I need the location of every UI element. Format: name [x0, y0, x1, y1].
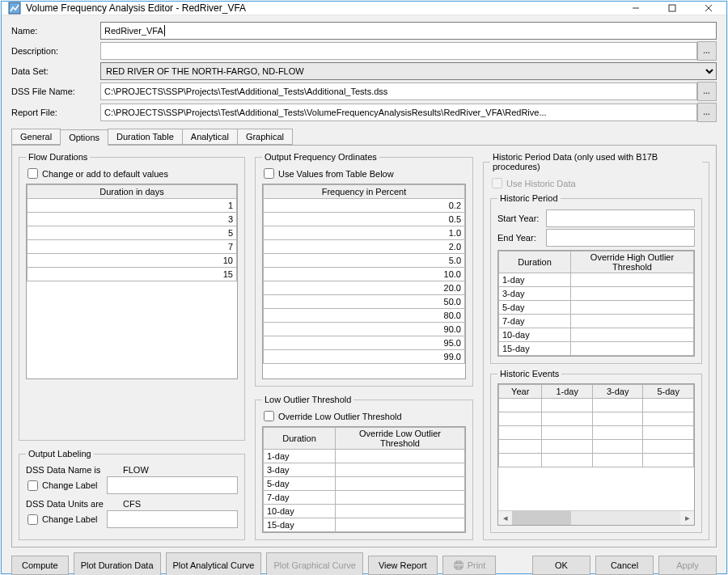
header-form: Name: RedRiver_VFA Description: … Data S… [2, 15, 726, 124]
tab-graphical[interactable]: Graphical [237, 129, 293, 145]
output-labeling-group: Output Labeling DSS Data Name isFLOW Cha… [19, 449, 245, 540]
description-label: Description: [11, 46, 100, 56]
window-title: Volume Frequency Analysis Editor - RedRi… [26, 2, 617, 14]
name-label: Name: [11, 26, 100, 36]
print-button[interactable]: Print [442, 556, 497, 575]
override-low-outlier-checkbox[interactable]: Override Low Outlier Threshold [264, 411, 466, 421]
plot-duration-button[interactable]: Plot Duration Data [74, 552, 161, 575]
text-caret [164, 25, 165, 36]
ellipsis-icon: … [703, 87, 711, 95]
units-override-input[interactable] [107, 510, 238, 528]
durations-table[interactable]: Duration in days 1 3 5 7 10 15 [27, 184, 237, 281]
table-row: 5-day [264, 477, 336, 491]
table-row: 2.0 [264, 240, 465, 254]
scroll-left-icon[interactable]: ◂ [498, 511, 512, 525]
table-row: 5.0 [264, 254, 465, 268]
table-row: 15-day [264, 518, 336, 532]
use-values-checkbox[interactable]: Use Values from Table Below [264, 168, 466, 179]
table-row: 10-day [499, 328, 571, 342]
table-row: 20.0 [264, 281, 465, 295]
close-button[interactable] [690, 2, 726, 15]
table-row: 10 [28, 254, 237, 268]
plot-analytical-button[interactable]: Plot Analytical Curve [166, 552, 262, 575]
apply-button[interactable]: Apply [658, 556, 717, 575]
use-historic-checkbox[interactable]: Use Historic Data [492, 178, 702, 188]
table-row [499, 454, 694, 467]
svg-rect-2 [669, 5, 675, 11]
table-row: 0.5 [264, 213, 465, 226]
description-browse-button[interactable]: … [697, 41, 717, 61]
table-row: 7 [28, 240, 237, 254]
table-row: 5-day [499, 301, 571, 315]
change-defaults-checkbox[interactable]: Change or add to default values [28, 168, 238, 179]
dss-file-label: DSS File Name: [11, 87, 100, 96]
tab-analytical[interactable]: Analytical [182, 129, 238, 145]
table-row: 10.0 [264, 268, 465, 281]
button-bar: Compute Plot Duration Data Plot Analytic… [2, 552, 726, 575]
table-row: 3-day [264, 463, 336, 477]
table-row: 1 [28, 199, 237, 213]
historic-period-inner: Historic Period Start Year: End Year: Du… [490, 193, 702, 364]
table-row [499, 440, 694, 454]
minimize-button[interactable] [617, 2, 654, 15]
end-year-input[interactable] [546, 229, 695, 247]
scroll-right-icon[interactable]: ▸ [680, 511, 694, 525]
low-outlier-table[interactable]: DurationOverride Low Outlier Threshold 1… [263, 427, 465, 532]
report-file-label: Report File: [11, 108, 100, 117]
tab-duration-table[interactable]: Duration Table [108, 129, 183, 145]
table-row [499, 399, 694, 412]
table-row: 15-day [499, 342, 571, 356]
table-row: 3 [28, 213, 237, 226]
table-row: 99.0 [264, 350, 465, 364]
horizontal-scrollbar[interactable]: ◂ ▸ [498, 510, 694, 525]
ellipsis-icon: … [703, 108, 711, 116]
data-set-select[interactable]: RED RIVER OF THE NORTH-FARGO, ND-FLOW [100, 62, 717, 80]
compute-button[interactable]: Compute [11, 556, 69, 575]
ellipsis-icon: … [703, 47, 711, 55]
report-file-browse-button[interactable]: … [697, 103, 717, 122]
tab-options[interactable]: Options [60, 129, 108, 146]
output-frequency-group: Output Frequency Ordinates Use Values fr… [255, 152, 473, 387]
table-row: 90.0 [264, 323, 465, 336]
table-row: 3-day [499, 287, 571, 301]
dss-file-browse-button[interactable]: … [697, 82, 717, 101]
table-row: 0.2 [264, 199, 465, 213]
low-outlier-group: Low Outlier Threshold Override Low Outli… [255, 395, 473, 540]
table-row [499, 412, 694, 426]
start-year-input[interactable] [546, 209, 695, 227]
flow-durations-group: Flow Durations Change or add to default … [19, 152, 245, 441]
tab-general[interactable]: General [11, 129, 61, 145]
table-row: 7-day [499, 315, 571, 328]
table-row [499, 426, 694, 440]
print-icon [453, 560, 464, 570]
historic-events-table[interactable]: Year1-day3-day5-day [498, 384, 694, 467]
plot-graphical-button[interactable]: Plot Graphical Curve [266, 552, 363, 575]
view-report-button[interactable]: View Report [368, 556, 438, 575]
table-row: 50.0 [264, 295, 465, 309]
table-row: 1-day [264, 450, 336, 463]
tab-body-options: Flow Durations Change or add to default … [11, 145, 717, 548]
change-name-label-checkbox[interactable]: Change Label [28, 476, 238, 494]
tab-strip: General Options Duration Table Analytica… [11, 129, 717, 145]
table-row: 95.0 [264, 336, 465, 350]
table-row: 15 [28, 268, 237, 281]
dss-file-input[interactable]: C:\PROJECTS\SSP\Projects\Test\Additional… [100, 82, 697, 100]
report-file-input[interactable]: C:\PROJECTS\SSP\Projects\Test\Additional… [100, 104, 697, 121]
frequency-table[interactable]: Frequency in Percent 0.2 0.5 1.0 2.0 5.0… [263, 184, 465, 364]
change-units-label-checkbox[interactable]: Change Label [28, 510, 238, 528]
name-input[interactable]: RedRiver_VFA [100, 22, 717, 40]
table-row: 80.0 [264, 309, 465, 323]
name-override-input[interactable] [107, 476, 238, 494]
data-set-label: Data Set: [11, 66, 100, 76]
title-bar: Volume Frequency Analysis Editor - RedRi… [2, 2, 726, 15]
maximize-button[interactable] [654, 2, 690, 15]
table-row: 10-day [264, 505, 336, 518]
app-window: Volume Frequency Analysis Editor - RedRi… [1, 1, 727, 574]
table-row: 1-day [499, 273, 571, 287]
cancel-button[interactable]: Cancel [595, 556, 654, 575]
high-outlier-table[interactable]: DurationOverride High Outlier Threshold … [498, 251, 694, 356]
table-row: 5 [28, 226, 237, 240]
description-input[interactable] [100, 42, 697, 60]
table-row: 7-day [264, 491, 336, 505]
ok-button[interactable]: OK [532, 556, 590, 575]
